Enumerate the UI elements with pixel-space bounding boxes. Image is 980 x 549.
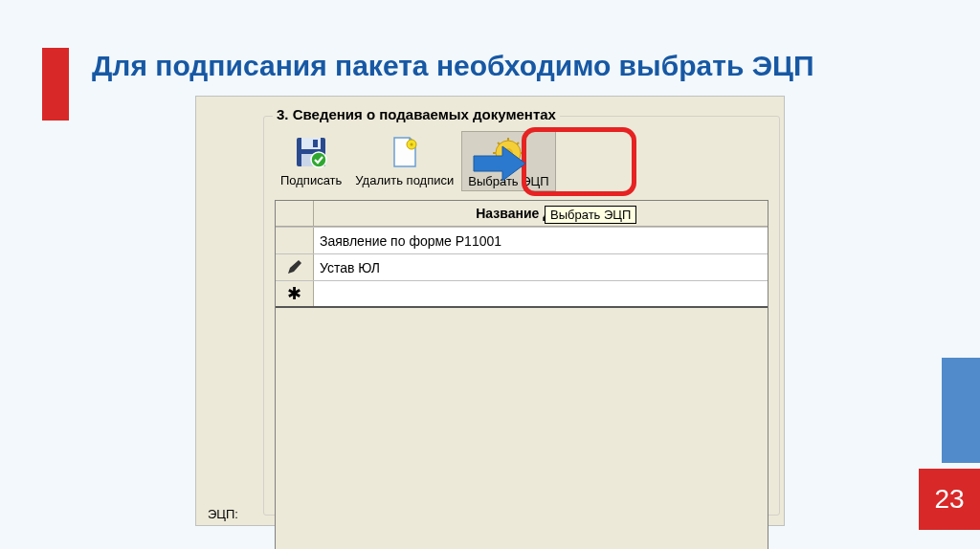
row-cell-name: Устав ЮЛ [314, 254, 768, 280]
documents-fieldset: 3. Сведения о подаваемых документах Подп… [263, 104, 780, 516]
row-cell-name [314, 281, 768, 306]
svg-rect-3 [313, 140, 318, 147]
page-number-badge: 23 [919, 469, 980, 530]
accent-bar [42, 48, 69, 121]
table-row[interactable]: Устав ЮЛ [276, 254, 768, 281]
gear-seal-icon [489, 134, 527, 172]
deco-stripe [942, 358, 980, 463]
fieldset-legend: 3. Сведения о подаваемых документах [273, 106, 560, 122]
new-row-star-icon: ✱ [276, 281, 314, 306]
sign-button-label: Подписать [280, 173, 342, 187]
grid-header-row: Название документ [276, 201, 768, 228]
tooltip: Выбрать ЭЦП [545, 206, 636, 224]
delete-signatures-label: Удалить подписи [355, 173, 454, 187]
row-cell-name: Заявление по форме Р11001 [314, 228, 768, 253]
app-window: 3. Сведения о подаваемых документах Подп… [195, 96, 785, 526]
ecp-label: ЭЦП: [208, 507, 238, 521]
table-row[interactable]: ✱ [276, 281, 768, 308]
svg-point-4 [311, 152, 326, 167]
slide-title: Для подписания пакета необходимо выбрать… [92, 50, 814, 82]
svg-point-8 [503, 148, 513, 158]
save-disk-icon [292, 133, 330, 171]
svg-point-6 [410, 143, 412, 146]
documents-grid: Название документ Заявление по форме Р11… [275, 200, 768, 549]
grid-header-marker [276, 201, 314, 227]
delete-signatures-button[interactable]: Удалить подписи [349, 131, 459, 189]
tooltip-text: Выбрать ЭЦП [550, 208, 631, 222]
toolbar: Подписать Удалить подписи [275, 131, 556, 191]
table-row[interactable]: Заявление по форме Р11001 [276, 228, 768, 254]
svg-line-14 [498, 162, 500, 164]
document-icon [386, 133, 424, 171]
grid-empty-area [276, 308, 768, 549]
pencil-icon [276, 254, 314, 280]
choose-cert-label: Выбрать ЭЦП [468, 174, 548, 188]
sign-button[interactable]: Подписать [275, 131, 347, 189]
page-number: 23 [934, 484, 964, 515]
row-marker [276, 228, 314, 253]
svg-line-16 [498, 143, 500, 144]
grid-header-name: Название документ [314, 201, 768, 227]
choose-cert-button[interactable]: Выбрать ЭЦП [461, 131, 555, 191]
svg-line-13 [517, 143, 519, 144]
svg-line-15 [517, 162, 519, 164]
